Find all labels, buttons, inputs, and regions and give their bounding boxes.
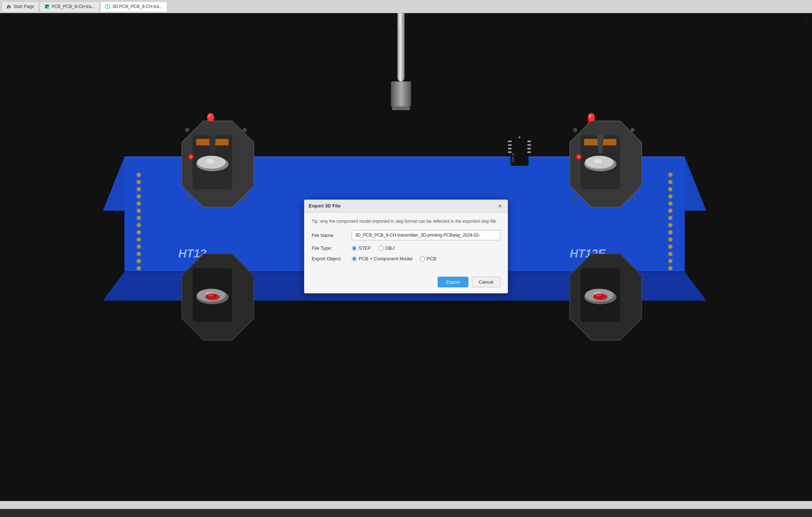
svg-rect-3 — [46, 7, 47, 8]
file-type-obj-radio[interactable] — [378, 246, 383, 251]
file-type-step[interactable]: STEP — [352, 245, 371, 251]
file-type-radio-group: STEP OBJ — [352, 245, 394, 251]
dialog-tip: Tip: only the component model imported i… — [312, 218, 500, 225]
tab-start-page[interactable]: Start Page — [1, 1, 39, 12]
export-pcb-only-label: PCB — [427, 256, 437, 261]
tab-pcb-schematic-label: PCB_PCB_8-CH-tra... — [52, 4, 95, 9]
export-object-label: Export Object: — [312, 256, 352, 261]
tab-3d-view-label: 3D PCB_PCB_8-CH-tra... — [112, 4, 162, 9]
file-type-label: File Type: — [312, 245, 352, 251]
file-type-obj[interactable]: OBJ — [378, 245, 394, 251]
export-pcb-only-radio[interactable] — [420, 256, 425, 261]
home-icon — [6, 4, 11, 9]
tab-3d-view[interactable]: 3D PCB_PCB_8-CH-tra... — [100, 1, 167, 12]
dialog-overlay: Export 3D File ✕ Tip: only the component… — [0, 13, 812, 509]
dialog-close-button[interactable]: ✕ — [497, 203, 503, 209]
dialog-titlebar: Export 3D File ✕ — [304, 200, 508, 213]
export-pcb-only[interactable]: PCB — [420, 256, 437, 261]
file-name-input[interactable] — [352, 230, 500, 240]
dialog-footer: Export Cancel — [304, 274, 508, 293]
export-object-radio-group: PCB + Component Model PCB — [352, 256, 437, 261]
svg-rect-0 — [45, 4, 49, 9]
file-type-step-label: STEP — [359, 245, 371, 251]
cancel-button[interactable]: Cancel — [472, 277, 500, 287]
export-pcb-component-label: PCB + Component Model — [359, 256, 413, 261]
main-3d-view: HT12 HT12E LED1 LED2 — [0, 13, 812, 509]
file-name-row: File Name: — [312, 230, 500, 240]
dialog-title: Export 3D File — [309, 203, 340, 209]
svg-rect-1 — [46, 5, 47, 6]
export-pcb-component-radio[interactable] — [352, 256, 357, 261]
export-pcb-component[interactable]: PCB + Component Model — [352, 256, 413, 261]
file-type-obj-label: OBJ — [385, 245, 394, 251]
file-name-label: File Name: — [312, 233, 352, 238]
export-dialog: Export 3D File ✕ Tip: only the component… — [304, 199, 508, 294]
file-type-row: File Type: STEP OBJ — [312, 245, 500, 251]
tab-bar: Start Page PCB_PCB_8-CH-tra... 3D PCB_PC… — [0, 0, 812, 13]
tab-start-page-label: Start Page — [13, 4, 34, 9]
export-button[interactable]: Export — [438, 277, 468, 287]
status-bar — [0, 501, 812, 509]
svg-rect-2 — [47, 5, 48, 6]
tab-pcb-schematic[interactable]: PCB_PCB_8-CH-tra... — [40, 1, 100, 12]
file-type-step-radio[interactable] — [352, 246, 357, 251]
3d-icon — [105, 4, 110, 9]
dialog-body: Tip: only the component model imported i… — [304, 213, 508, 274]
pcb-icon — [44, 4, 50, 9]
export-object-row: Export Object: PCB + Component Model PCB — [312, 256, 500, 261]
